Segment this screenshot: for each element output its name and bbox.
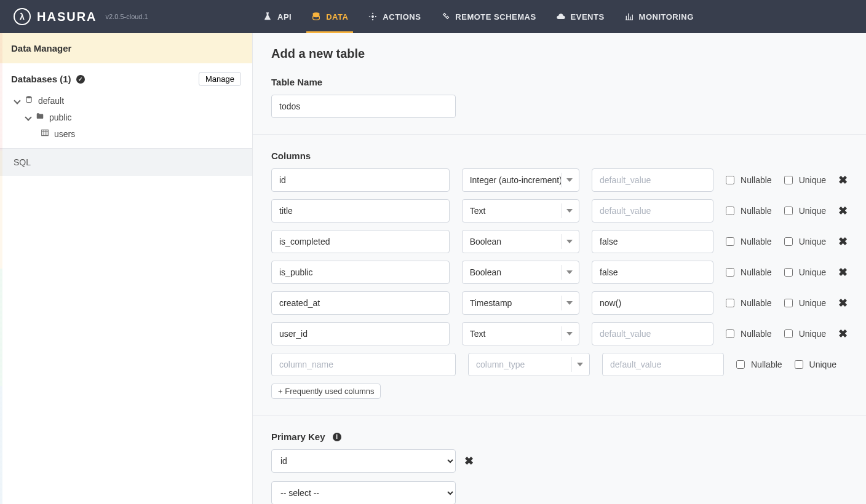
nullable-label: Nullable [741, 329, 772, 339]
column-type-value: Text [470, 206, 486, 216]
divider [253, 415, 866, 415]
column-name-input[interactable] [271, 322, 450, 345]
nullable-checkbox[interactable] [726, 299, 734, 307]
nullable-label: Nullable [741, 237, 772, 246]
column-name-input[interactable] [271, 291, 450, 315]
chart-icon [624, 12, 634, 22]
remove-column-icon[interactable]: ✖ [838, 266, 848, 279]
tree-schema-public[interactable]: public [11, 109, 252, 125]
page-title: Add a new table [271, 47, 848, 61]
cloud-icon [556, 12, 566, 22]
column-name-input[interactable] [271, 199, 450, 222]
nullable-label: Nullable [741, 267, 772, 277]
column-row: Integer (auto-increment) Nullable Unique… [271, 168, 848, 192]
unique-checkbox[interactable] [784, 207, 793, 215]
unique-checkbox[interactable] [784, 237, 793, 246]
column-type-select[interactable]: Integer (auto-increment) [462, 168, 579, 192]
frequently-used-columns-button[interactable]: + Frequently used columns [271, 384, 381, 399]
column-name-input[interactable] [271, 261, 450, 284]
nullable-checkbox[interactable] [736, 360, 745, 369]
unique-checkbox[interactable] [784, 329, 793, 338]
column-name-input[interactable] [271, 353, 456, 376]
column-row: Timestamp Nullable Unique ✖ [271, 291, 848, 315]
column-name-input[interactable] [271, 230, 450, 253]
nullable-checkbox[interactable] [726, 237, 734, 246]
remove-column-icon[interactable]: ✖ [838, 327, 848, 341]
sidebar-sql[interactable]: SQL [0, 148, 252, 176]
primary-key-label: Primary Key [271, 431, 325, 442]
tree-database-default[interactable]: default [11, 92, 252, 109]
column-type-select[interactable]: Boolean [462, 230, 579, 253]
column-type-value: Boolean [470, 267, 501, 277]
primary-key-select-2[interactable]: -- select -- [271, 481, 456, 504]
column-default-input[interactable] [602, 353, 724, 376]
remove-pk-icon[interactable]: ✖ [464, 454, 474, 468]
nav-actions[interactable]: ACTIONS [358, 0, 431, 33]
flask-icon [263, 12, 272, 22]
column-row-empty: column_type Nullable Unique [271, 353, 848, 376]
unique-checkbox[interactable] [784, 299, 793, 307]
nav-api-label: API [277, 12, 292, 22]
column-type-select[interactable]: Text [462, 322, 579, 345]
column-default-input[interactable] [592, 291, 713, 315]
nav-data[interactable]: DATA [301, 0, 358, 33]
column-type-select[interactable]: Boolean [462, 261, 579, 284]
column-type-select[interactable]: Timestamp [462, 291, 579, 315]
tree-db-label: default [38, 96, 64, 106]
column-default-input[interactable] [592, 322, 713, 345]
nullable-checkbox[interactable] [726, 268, 734, 277]
table-icon [41, 128, 49, 139]
nullable-checkbox[interactable] [726, 176, 734, 184]
table-name-label: Table Name [271, 77, 848, 87]
table-name-input[interactable] [271, 95, 456, 118]
sidebar: Data Manager Databases (1) ✓ Manage defa… [0, 33, 253, 504]
remove-column-icon[interactable]: ✖ [838, 173, 848, 187]
column-row: Boolean Nullable Unique ✖ [271, 261, 848, 284]
unique-checkbox[interactable] [784, 176, 793, 184]
nav-events-label: EVENTS [571, 12, 605, 22]
unique-label: Unique [799, 237, 826, 246]
column-default-input[interactable] [592, 230, 713, 253]
nav-events[interactable]: EVENTS [546, 0, 614, 33]
unique-checkbox[interactable] [795, 360, 803, 369]
column-type-select[interactable]: column_type [468, 353, 590, 376]
column-type-value: Text [470, 329, 486, 339]
sql-label: SQL [14, 157, 31, 167]
nav-monitoring[interactable]: MONITORING [614, 0, 704, 33]
nav-monitoring-label: MONITORING [639, 12, 694, 22]
brand: λ HASURA v2.0.5-cloud.1 [0, 8, 253, 25]
nullable-checkbox[interactable] [726, 207, 734, 215]
info-icon[interactable]: i [333, 433, 341, 441]
nullable-checkbox[interactable] [726, 329, 734, 338]
remove-column-icon[interactable]: ✖ [838, 296, 848, 310]
tree-table-label: users [54, 129, 75, 139]
nav-api[interactable]: API [253, 0, 301, 33]
remove-column-icon[interactable]: ✖ [838, 204, 848, 218]
manage-button[interactable]: Manage [199, 72, 241, 86]
column-type-placeholder: column_type [476, 360, 525, 369]
nullable-label: Nullable [751, 360, 782, 369]
unique-checkbox[interactable] [784, 268, 793, 277]
primary-key-select-1[interactable]: id [271, 449, 456, 473]
chevron-down-icon [577, 361, 583, 368]
chevron-down-icon [566, 331, 573, 337]
chevron-down-icon [566, 269, 573, 275]
check-circle-icon: ✓ [76, 75, 85, 84]
column-name-input[interactable] [271, 168, 450, 192]
column-type-select[interactable]: Text [462, 199, 579, 222]
column-type-value: Integer (auto-increment) [470, 175, 562, 185]
unique-label: Unique [799, 329, 826, 339]
nav-remote-schemas[interactable]: REMOTE SCHEMAS [431, 0, 546, 33]
remove-column-icon[interactable]: ✖ [838, 235, 848, 248]
column-default-input[interactable] [592, 261, 713, 284]
tree-table-users[interactable]: users [11, 125, 252, 142]
column-row: Text Nullable Unique ✖ [271, 322, 848, 345]
divider [253, 134, 866, 135]
nav-actions-label: ACTIONS [383, 12, 421, 22]
columns-label: Columns [271, 151, 848, 161]
unique-label: Unique [799, 267, 826, 277]
svg-point-1 [371, 15, 374, 18]
column-default-input[interactable] [592, 199, 713, 222]
column-default-input[interactable] [592, 168, 713, 192]
nullable-label: Nullable [741, 206, 772, 216]
